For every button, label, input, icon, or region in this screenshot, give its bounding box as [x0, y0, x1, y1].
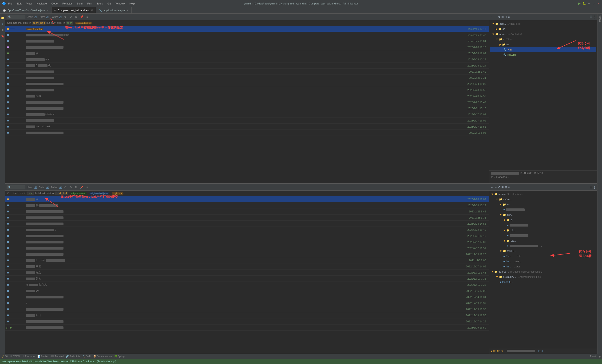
table-row[interactable]: 2023/2/17 16:51	[5, 245, 489, 251]
maximize-button[interactable]: □	[592, 2, 595, 5]
table-row[interactable]: origin & test_ba Yesterday 17:13	[5, 26, 489, 32]
right-bot-expand-icon[interactable]: ⊞	[501, 186, 504, 189]
table-row[interactable]: 获 2023/2/28 16:09	[5, 50, 489, 56]
tree-item-task[interactable]: ▼ 📁 task 1...	[490, 248, 596, 254]
table-row[interactable]: 发现 2022/12/19 16:50	[5, 312, 489, 318]
menu-edit[interactable]: Edit	[16, 2, 22, 5]
problems-statusbar-item[interactable]: ⚠ Problems	[22, 355, 35, 358]
table-row[interactable]: 2023/2/24 15:00	[5, 81, 489, 87]
table-row[interactable]: 2023/2/21 10:10	[5, 105, 489, 111]
bottom-pin-icon[interactable]: 📌	[79, 185, 84, 189]
profiler-statusbar-item[interactable]: 📊 Profiler	[37, 355, 48, 358]
tree-item-yml1[interactable]: 🔧 .yml	[490, 47, 596, 52]
right-top-settings-icon2[interactable]: ≡	[508, 15, 510, 19]
bottom-expand-icon[interactable]: ⇅	[74, 185, 78, 189]
tab-appdev[interactable]: 🔧 application-dev.yml ✕	[96, 7, 132, 13]
table-row[interactable]: ↑ 2022/12/19 18:37	[5, 300, 489, 306]
menu-navigate[interactable]: Navigate	[35, 2, 47, 5]
right-top-layout-icon[interactable]: ☰	[590, 15, 592, 19]
event-log-label[interactable]: Event Log	[590, 355, 601, 358]
tree-item-im2[interactable]: ● Im... ... .java	[490, 264, 596, 269]
menu-code[interactable]: Code	[51, 2, 59, 5]
right-top-more-icon[interactable]: ⋮	[593, 15, 596, 19]
tree-item-file-cl[interactable]: ●	[490, 233, 596, 238]
tree-item-srcmain[interactable]: ▼ 📁 src\main\... ...ndm\quartz\util 1 fi…	[490, 274, 596, 279]
tree-item-c1[interactable]: ▼ 📁 c...	[490, 217, 596, 223]
run-icon[interactable]: ▶	[578, 2, 581, 5]
tree-item-sr1[interactable]: ▶ 📁 sr	[490, 26, 596, 31]
tree-item-cl[interactable]: ▼ 📁 cl...	[490, 228, 596, 233]
right-bot-layout-icon[interactable]: ☰	[590, 186, 592, 189]
table-row[interactable]: 问题 Yesterday 15:47	[5, 32, 489, 38]
right-bot-more-icon[interactable]: ⋮	[593, 186, 596, 189]
table-row[interactable]: 交验 2023/2/23 14:56	[5, 93, 489, 99]
tab-compare[interactable]: ⇄ Compare: test_bak and test ✕	[52, 7, 96, 13]
table-row[interactable]: 2022/12/17 14:28	[5, 318, 489, 324]
minimize-button[interactable]: ─	[587, 2, 591, 5]
table-row[interactable]: 'tt' 祯信息 2022/12/17 7:35	[5, 282, 489, 288]
table-row[interactable]: 2023/2/28 9:42	[5, 69, 489, 75]
tree-item-rodyml[interactable]: 🔧 rod.yml	[490, 52, 596, 57]
expand-icon[interactable]: ⇅	[74, 15, 78, 19]
tree-item-file-as[interactable]: ●	[490, 207, 596, 212]
table-row[interactable]: 融合 2022/12/19 9:45	[5, 270, 489, 276]
menu-window[interactable]: Window	[115, 2, 126, 5]
right-bot-refresh-icon[interactable]: ↺	[498, 186, 500, 189]
tree-item-im1[interactable]: ● Im... ... ask.j...	[490, 259, 596, 264]
terminal-statusbar-item[interactable]: ⌨ Terminal	[51, 355, 64, 358]
table-row[interactable]: 2022/12/14 16:31	[5, 294, 489, 300]
more-icon[interactable]: ≡	[86, 15, 89, 19]
build-statusbar-item[interactable]: 🔨 Build	[82, 355, 91, 358]
endpoints-statusbar-item[interactable]: 🔗 Endpoints	[66, 355, 80, 358]
menu-view[interactable]: View	[25, 2, 33, 5]
bottom-date-filter-value[interactable]: All	[46, 186, 49, 189]
table-row[interactable]: 2022/12/19 17:38	[5, 306, 489, 312]
table-row[interactable]: ? 2023/2/22 15:49	[5, 227, 489, 233]
table-row[interactable]: 出、Job 2022/12/8 8:08	[5, 257, 489, 263]
tree-item-goodfu[interactable]: ● Good.fu...	[490, 279, 596, 285]
table-row[interactable]: 件 2023/2/28 10:24	[5, 202, 489, 208]
menu-git[interactable]: Git	[107, 2, 112, 5]
right-top-back-icon[interactable]: ←	[491, 15, 493, 19]
menu-refactor[interactable]: Refactor	[61, 2, 73, 5]
table-row[interactable]: 2023/2/21 10:10	[5, 233, 489, 239]
pin-icon[interactable]: 📌	[79, 15, 84, 19]
table-row[interactable]: 2022/12/19 19:20	[5, 251, 489, 257]
menu-tools[interactable]: Tools	[96, 2, 104, 5]
structure-icon[interactable]: ⊞	[0, 28, 5, 32]
top-search-input[interactable]	[7, 15, 25, 19]
tab-compare-close[interactable]: ✕	[91, 9, 93, 11]
tree-item-acq[interactable]: ▼ 📁 acq... ...\\ideaRests	[490, 21, 596, 26]
table-row[interactable]: 2023/2/28 9:31	[5, 75, 489, 81]
table-row[interactable]: 2023/2/23 14:56	[5, 87, 489, 93]
tree-item-srcm[interactable]: ▼ 📁 src\m...	[490, 197, 596, 202]
table-row[interactable]: dev into test 2023/2/17 16:51	[5, 124, 489, 130]
tab-bpmbmxx-close[interactable]: ✕	[47, 9, 48, 11]
table-row[interactable]: 2023/2/28 9:31	[5, 215, 489, 221]
changes-icon[interactable]: ≡	[0, 22, 5, 26]
table-row[interactable]: g* 2023/1/19 16:50	[5, 324, 489, 331]
git-statusbar-item[interactable]: 🔱 Git	[1, 355, 8, 358]
menu-run[interactable]: Run	[86, 2, 93, 5]
close-button[interactable]: ✕	[596, 2, 600, 5]
bottom-search-input[interactable]	[7, 185, 25, 189]
project-icon[interactable]: 📁	[0, 16, 5, 20]
right-bot-settings-icon[interactable]: ≡	[508, 186, 510, 189]
maven-label[interactable]: Maven	[599, 16, 601, 22]
table-row[interactable]: 功能 2022/12/17 14:06	[5, 263, 489, 270]
table-row[interactable]: 2023/2/28 9:42	[5, 208, 489, 215]
bottom-settings-icon[interactable]: ⚙	[69, 185, 73, 189]
table-row[interactable]: 2023/2/16 8:03	[5, 130, 489, 136]
right-top-forward-icon[interactable]: →	[494, 15, 497, 19]
tree-item-quartz[interactable]: ▼ 📁 quartz 1 file...dong_mdm\yulmdm\quar…	[490, 269, 596, 274]
table-row[interactable]: test 2023/2/28 10:24	[5, 56, 489, 62]
table-row[interactable]: 2023/2/23 14:56	[5, 221, 489, 227]
top-user-filter-value[interactable]: All	[34, 16, 37, 18]
bookmarks-icon[interactable]: 🔖	[0, 34, 5, 39]
settings-icon[interactable]: ⚙	[69, 15, 73, 19]
tree-item-file-da[interactable]: ● ...	[490, 243, 596, 248]
tree-item-file-c1[interactable]: ●	[490, 223, 596, 228]
top-commit-list[interactable]: origin & test_ba Yesterday 17:13 问题 Yest…	[5, 26, 489, 183]
bottom-commit-list[interactable]: 获 2023/2/28 16:09 件 2023/2/28 10:24 2023…	[5, 196, 489, 354]
tree-item-as2[interactable]: ▼ 📁 as	[490, 202, 596, 207]
